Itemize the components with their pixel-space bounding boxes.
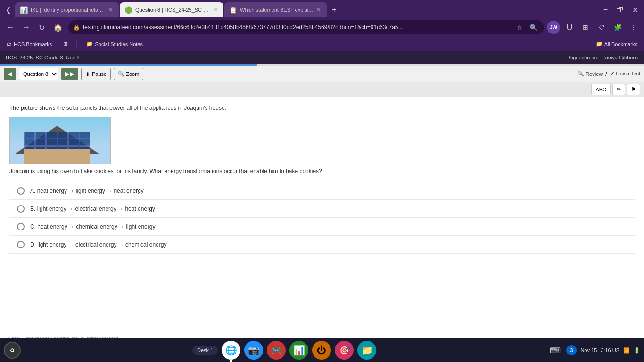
question-toolbar-right: 🔍 Review / ✔ Finish Test bbox=[578, 71, 640, 77]
bookmark-social-label: Social Studies Notes bbox=[95, 41, 143, 47]
option-divider-bottom bbox=[9, 254, 635, 254]
bookmark-separator: | bbox=[76, 40, 78, 49]
taskbar-right: ⌨ 3 Nov 15 3:16 US 📶 🔋 bbox=[548, 344, 640, 345]
zoom-label: Zoom bbox=[126, 71, 139, 77]
bookmark-folder-icon: 📁 bbox=[86, 41, 93, 47]
browser-extensions: JW U ⊞ 🛡 🧩 ⋮ bbox=[547, 21, 640, 34]
option-a-text: A. heat energy → light energy → heat ene… bbox=[30, 188, 144, 194]
taskbar-chrome[interactable]: 🌐 bbox=[222, 341, 240, 344]
house-body bbox=[24, 149, 90, 164]
option-c-text: C. heat energy → chemical energy → light… bbox=[30, 223, 155, 230]
bookmarks-bar: 🗂 HCS Bookmarks ⊞ | 📁 Social Studies Not… bbox=[0, 37, 644, 51]
option-d-text: D. light energy → electrical energy → ch… bbox=[30, 241, 166, 248]
pause-icon: ⏸ bbox=[85, 71, 91, 77]
tab-which-title: Which statement BEST explai... bbox=[240, 7, 313, 13]
taskbar-arcade[interactable]: 🎯 bbox=[335, 341, 354, 344]
signed-in-info: Signed in as: Taniya Gibbons bbox=[569, 55, 638, 60]
back-button[interactable]: ← bbox=[4, 21, 17, 33]
ext-2-button[interactable]: ⊞ bbox=[579, 21, 592, 34]
tab-question[interactable]: 🟢 Question 8 | HCS_24-25_SC Gr... ✕ bbox=[120, 2, 223, 17]
tab-which-close[interactable]: ✕ bbox=[315, 7, 322, 13]
breadcrumb: HCS_24-25_SC Grade 8_Unit 2 bbox=[6, 55, 80, 60]
restore-button[interactable]: 🗗 bbox=[613, 5, 627, 15]
taskbar-power[interactable]: ⏻ bbox=[312, 341, 331, 344]
answer-options: A. heat energy → light energy → heat ene… bbox=[9, 182, 635, 254]
main-content: The picture shows the solar panels that … bbox=[0, 97, 644, 333]
tab-question-close[interactable]: ✕ bbox=[212, 7, 219, 13]
ext-shield-button[interactable]: 🛡 bbox=[595, 21, 608, 34]
edit-button[interactable]: ✏ bbox=[612, 84, 625, 95]
window-controls: − 🗗 ✕ bbox=[601, 5, 641, 16]
add-tab-button[interactable]: + bbox=[328, 5, 340, 15]
radio-a[interactable] bbox=[17, 187, 25, 195]
zoom-icon: 🔍 bbox=[118, 71, 124, 77]
zoom-button[interactable]: 🔍 Zoom bbox=[114, 68, 143, 80]
tab-ixl[interactable]: 📊 IXL | Identify proportional relati... … bbox=[15, 2, 119, 17]
tab-bar: ❮ 📊 IXL | Identify proportional relati..… bbox=[0, 0, 644, 18]
browser-window: ❮ 📊 IXL | Identify proportional relati..… bbox=[0, 0, 644, 51]
prev-question-button[interactable]: ◀ bbox=[4, 68, 16, 80]
bookmark-hcs[interactable]: 🗂 HCS Bookmarks bbox=[4, 41, 55, 48]
bookmark-hcs-icon: 🗂 bbox=[7, 41, 12, 47]
tab-which-favicon: 📋 bbox=[229, 6, 237, 14]
user-name: Taniya Gibbons bbox=[603, 55, 638, 60]
reload-button[interactable]: ↻ bbox=[36, 21, 48, 34]
tab-ixl-title: IXL | Identify proportional relati... bbox=[31, 7, 105, 13]
option-b[interactable]: B. light energy → electrical energy → he… bbox=[9, 200, 635, 218]
home-button[interactable]: 🏠 bbox=[50, 21, 66, 34]
annotation-toolbar: ABC ✏ ⚑ bbox=[0, 82, 644, 97]
close-button[interactable]: ✕ bbox=[629, 5, 641, 16]
all-bookmarks-button[interactable]: 📁 All Bookmarks bbox=[593, 40, 640, 48]
app-header: HCS_24-25_SC Grade 8_Unit 2 Signed in as… bbox=[0, 51, 644, 64]
finish-label: Finish Test bbox=[616, 71, 640, 76]
tab-question-favicon: 🟢 bbox=[124, 6, 132, 14]
browser-toolbar: ← → ↻ 🏠 🔒 testing.illuminateed.com/asses… bbox=[0, 18, 644, 37]
next-question-button[interactable]: ▶▶ bbox=[61, 68, 78, 80]
signed-in-label: Signed in as: bbox=[569, 55, 599, 60]
secure-icon: 🔒 bbox=[73, 24, 80, 31]
bookmark-apps[interactable]: ⊞ bbox=[60, 40, 70, 48]
search-icon: 🔍 bbox=[578, 71, 584, 77]
question-prompt: The picture shows the solar panels that … bbox=[9, 105, 635, 111]
taskbar-power-button[interactable]: ⭘ bbox=[4, 342, 21, 344]
forward-button[interactable]: → bbox=[20, 21, 33, 33]
tab-ixl-favicon: 📊 bbox=[20, 6, 28, 14]
pause-button[interactable]: ⏸ Pause bbox=[81, 68, 111, 80]
bookmark-hcs-label: HCS Bookmarks bbox=[14, 41, 52, 47]
bookmark-star-button[interactable]: ☆ bbox=[515, 23, 525, 32]
question-select[interactable]: Question 8 bbox=[19, 68, 58, 80]
review-button[interactable]: 🔍 Review bbox=[578, 71, 603, 77]
ext-puzzle-button[interactable]: 🧩 bbox=[611, 21, 624, 34]
taskbar-social[interactable]: 🎮 bbox=[267, 341, 286, 344]
radio-b[interactable] bbox=[17, 205, 25, 213]
url-bar[interactable]: 🔒 testing.illuminateed.com/assessment/66… bbox=[68, 20, 544, 34]
option-d[interactable]: D. light energy → electrical energy → ch… bbox=[9, 236, 635, 254]
ext-jw-button[interactable]: JW bbox=[547, 21, 560, 34]
abc-button[interactable]: ABC bbox=[591, 84, 611, 95]
radio-c[interactable] bbox=[17, 223, 25, 230]
radio-d[interactable] bbox=[17, 241, 25, 248]
tab-question-title: Question 8 | HCS_24-25_SC Gr... bbox=[135, 7, 209, 13]
taskbar-files[interactable]: 📁 bbox=[357, 341, 376, 344]
tab-which[interactable]: 📋 Which statement BEST explai... ✕ bbox=[224, 2, 327, 17]
option-a[interactable]: A. heat energy → light energy → heat ene… bbox=[9, 182, 635, 200]
option-c[interactable]: C. heat energy → chemical energy → light… bbox=[9, 218, 635, 236]
question-image bbox=[9, 117, 111, 164]
question-toolbar: ◀ Question 8 ▶▶ ⏸ Pause 🔍 Zoom 🔍 Review … bbox=[0, 66, 644, 82]
tab-scroll-left[interactable]: ❮ bbox=[3, 4, 14, 16]
flag-button[interactable]: ⚑ bbox=[627, 84, 640, 95]
ext-1-button[interactable]: U bbox=[563, 21, 576, 34]
tab-ixl-close[interactable]: ✕ bbox=[107, 7, 114, 13]
finish-test-button[interactable]: ✔ Finish Test bbox=[610, 71, 640, 77]
taskbar-screen[interactable]: 📷 bbox=[244, 341, 263, 344]
toolbar-separator: / bbox=[605, 71, 607, 77]
bookmark-social-studies[interactable]: 📁 Social Studies Notes bbox=[83, 40, 146, 48]
minimize-button[interactable]: − bbox=[601, 5, 611, 15]
screen-keyboard-button[interactable]: ⌨ bbox=[548, 344, 562, 345]
option-b-text: B. light energy → electrical energy → he… bbox=[30, 206, 155, 212]
taskbar-apps: Desk 1 🌐 📷 🎮 📊 ⏻ 🎯 📁 bbox=[23, 341, 546, 344]
ext-menu-button[interactable]: ⋮ bbox=[627, 21, 640, 34]
search-url-button[interactable]: 🔍 bbox=[528, 23, 539, 32]
taskbar-meet[interactable]: 📊 bbox=[289, 341, 308, 344]
checkmark-icon: ✔ bbox=[610, 71, 614, 76]
